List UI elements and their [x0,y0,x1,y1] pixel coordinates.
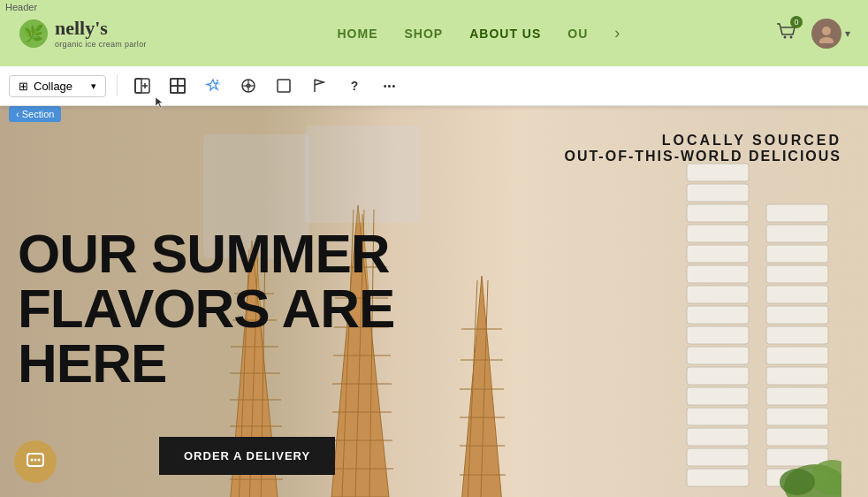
user-chevron: ▾ [845,27,850,40]
svg-rect-77 [766,428,828,446]
svg-point-93 [31,459,34,462]
collage-label: Collage [34,80,72,93]
svg-rect-79 [766,387,828,405]
svg-rect-11 [171,79,178,86]
svg-rect-83 [766,306,828,324]
chat-button[interactable] [14,440,57,483]
svg-rect-62 [687,408,749,425]
svg-rect-82 [766,326,828,344]
move-button[interactable] [234,72,263,100]
logo-text: nelly's organic ice cream parlor [55,18,147,48]
flag-icon [311,78,327,94]
header: Header 🌿 nelly's organic ice cream parlo… [0,0,868,66]
chat-icon [26,452,45,471]
toolbar-divider-1 [117,75,118,96]
logo-icon: 🌿 [18,18,49,50]
more-button[interactable]: ••• [376,72,404,100]
dropdown-chevron: ▾ [91,80,96,92]
flag-button[interactable] [305,72,333,100]
svg-rect-12 [178,79,185,86]
gallery-icon [170,78,186,94]
hero-section: LOCALLY SOURCED OUT-OF-THIS-WORLD DELICI… [0,106,868,497]
svg-rect-63 [687,387,749,405]
svg-point-4 [822,27,831,35]
svg-point-5 [819,37,834,43]
svg-rect-87 [766,225,828,242]
logo-tagline: organic ice cream parlor [55,40,147,49]
header-right: 0 ▾ [775,19,850,49]
add-panel-icon [134,78,150,94]
collage-icon: ⊞ [19,80,28,93]
header-label: Header [0,0,42,14]
svg-rect-72 [687,204,749,222]
svg-point-95 [38,459,41,462]
magic-button[interactable] [199,72,227,100]
svg-rect-67 [687,306,749,324]
svg-rect-85 [766,265,828,283]
svg-rect-78 [766,408,828,425]
svg-rect-61 [687,428,749,446]
crop-button[interactable] [270,72,298,100]
svg-rect-7 [135,79,141,93]
section-badge[interactable]: Section [9,106,61,122]
svg-rect-81 [766,347,828,364]
svg-point-94 [34,459,37,462]
svg-point-15 [217,80,218,81]
svg-rect-21 [278,80,290,92]
gallery-button[interactable] [164,72,192,100]
order-delivery-button[interactable]: ORDER A DELIVERY [159,437,335,475]
hero-tagline-2: OUT-OF-THIS-WORLD DELICIOUS [564,149,841,164]
svg-rect-73 [687,184,749,202]
svg-rect-64 [687,367,749,385]
svg-rect-65 [687,347,749,364]
move-icon [240,78,256,94]
svg-rect-86 [766,245,828,263]
add-panel-button[interactable] [128,72,156,100]
svg-rect-49 [305,126,420,223]
hero-main-text: OUR SUMMER FLAVORS ARE HERE [18,226,394,391]
cups-svg [674,133,841,497]
svg-rect-66 [687,326,749,344]
hero-tagline-1: LOCALLY SOURCED [564,133,841,149]
more-icon: ••• [384,80,397,91]
svg-text:🌿: 🌿 [24,24,44,43]
crop-icon [276,78,292,94]
svg-rect-14 [178,86,185,93]
nav-shop[interactable]: SHOP [404,27,443,41]
svg-rect-88 [766,204,828,222]
cups-stack-area [674,124,850,497]
hero-title-line3: HERE [18,336,394,391]
nav-more-chevron[interactable]: › [614,24,620,42]
svg-rect-70 [687,245,749,263]
svg-point-3 [790,35,793,38]
svg-rect-13 [171,86,178,93]
svg-rect-76 [766,448,828,466]
svg-rect-60 [687,448,749,466]
magic-icon [205,78,221,94]
cart-badge: 0 [790,16,803,28]
nav-ou[interactable]: OU [567,27,588,41]
svg-rect-80 [766,367,828,385]
cart-button[interactable]: 0 [775,20,798,47]
svg-point-2 [784,35,787,38]
nav-about[interactable]: ABOUT US [469,27,541,41]
hero-right-text: LOCALLY SOURCED OUT-OF-THIS-WORLD DELICI… [564,133,841,164]
help-icon: ? [351,79,359,93]
svg-rect-71 [687,225,749,242]
logo-area[interactable]: 🌿 nelly's organic ice cream parlor [18,18,147,50]
main-nav: HOME SHOP ABOUT US OU › [182,24,775,42]
hero-title-line1: OUR SUMMER [18,226,394,281]
collage-dropdown[interactable]: ⊞ Collage ▾ [9,75,106,97]
user-menu[interactable]: ▾ [811,19,850,49]
avatar [811,19,841,49]
svg-rect-69 [687,265,749,283]
svg-rect-74 [687,164,749,181]
section-badge-label: Section [22,109,55,119]
nav-home[interactable]: HOME [337,27,377,41]
svg-rect-68 [687,286,749,303]
help-button[interactable]: ? [340,72,369,100]
avatar-image [817,24,836,43]
svg-rect-84 [766,286,828,303]
toolbar: ⊞ Collage ▾ [0,66,868,106]
logo-name: nelly's [55,18,147,39]
